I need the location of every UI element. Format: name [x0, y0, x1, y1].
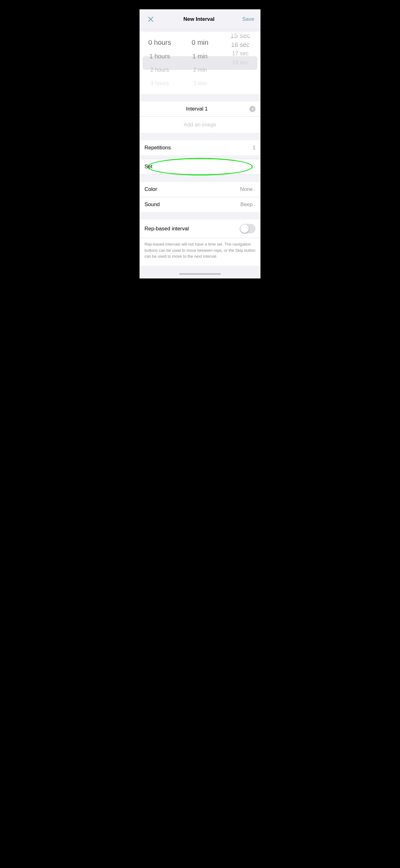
seconds-picker-column[interactable]: 12 sec 13 sec 14 sec 15 sec 16 sec 17 se…	[220, 32, 261, 94]
modal-sheet: New Interval Save 0 hours 1 hours 2 hour…	[139, 9, 261, 278]
sound-label: Sound	[144, 202, 160, 208]
set-label: Set	[144, 164, 153, 170]
options-section: Color None › Sound Beep ›	[139, 182, 261, 212]
color-value: None	[240, 186, 253, 192]
color-chevron-icon: ›	[254, 187, 256, 192]
set-chevron-icon: ›	[254, 164, 256, 169]
picker-item-hours-3: 3 hours	[148, 77, 171, 90]
home-indicator	[139, 271, 261, 278]
save-button[interactable]: Save	[242, 16, 254, 22]
phone-container: New Interval Save 0 hours 1 hours 2 hour…	[139, 0, 261, 278]
sound-chevron-icon: ›	[254, 202, 256, 207]
set-row[interactable]: Set ›	[139, 159, 261, 175]
picker-item-hours-2: 2 hours	[148, 63, 171, 77]
picker-item-min-1: 1 min	[192, 49, 208, 63]
rep-based-label: Rep-based interval	[144, 226, 189, 232]
repetitions-value: 1	[253, 145, 256, 151]
nav-bar: New Interval Save	[139, 9, 261, 30]
hours-picker-column[interactable]: 0 hours 1 hours 2 hours 3 hours	[139, 32, 180, 94]
picker-item-min-0: 0 min	[192, 36, 208, 49]
rep-based-description: Rep-based intervals will not have a time…	[139, 238, 261, 266]
name-field-row: ✕	[139, 101, 261, 117]
repetitions-label: Repetitions	[144, 145, 171, 151]
add-image-label: Add an image	[184, 122, 216, 128]
sound-value: Beep	[240, 202, 253, 208]
clear-name-button[interactable]: ✕	[249, 106, 256, 112]
repetitions-section: Repetitions 1	[139, 140, 261, 155]
sound-row[interactable]: Sound Beep ›	[139, 197, 261, 212]
toggle-knob	[240, 224, 249, 233]
rep-based-row: Rep-based interval	[139, 219, 261, 238]
close-button[interactable]	[146, 14, 156, 24]
picker-item-sec-18: 18 sec	[230, 58, 251, 67]
picker-item-min-2: 2 min	[192, 63, 208, 77]
home-indicator-bar	[179, 273, 221, 275]
picker-item-sec-15: 15 sec	[230, 32, 251, 40]
picker-item-min-3: 3 min	[192, 77, 208, 90]
add-image-row[interactable]: Add an image	[139, 117, 261, 133]
minutes-picker-column[interactable]: 0 min 1 min 2 min 3 min	[180, 32, 220, 94]
rep-based-section: Rep-based interval Rep-based intervals w…	[139, 219, 261, 266]
picker-item-sec-17: 17 sec	[230, 49, 251, 58]
form-section: ✕ Add an image	[139, 101, 261, 133]
color-row[interactable]: Color None ›	[139, 182, 261, 197]
time-picker-section[interactable]: 0 hours 1 hours 2 hours 3 hours 0 min 1 …	[139, 32, 261, 94]
picker-item-hours-0: 0 hours	[148, 36, 171, 49]
page-title: New Interval	[184, 16, 214, 22]
picker-item-hours-1: 1 hours	[148, 49, 171, 63]
picker-item-sec-16: 16 sec	[230, 40, 251, 49]
color-label: Color	[144, 186, 157, 192]
interval-name-input[interactable]	[144, 106, 249, 112]
set-row-wrapper: Set ›	[139, 159, 261, 175]
rep-based-toggle[interactable]	[240, 224, 256, 234]
repetitions-row: Repetitions 1	[139, 140, 261, 155]
